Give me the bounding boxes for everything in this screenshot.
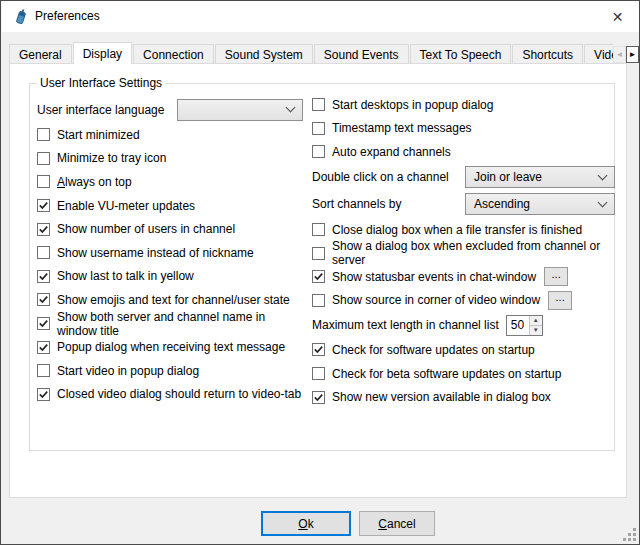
max-text-length-spinner[interactable]: 50 ▲ ▼ (506, 315, 543, 336)
tab-sound-system[interactable]: Sound System (215, 44, 313, 64)
tab-general[interactable]: General (9, 44, 72, 64)
max-text-length-row: Maximum text length in channel list 50 ▲… (312, 312, 624, 338)
checkbox-label: Show a dialog box when excluded from cha… (332, 239, 624, 267)
checkbox-label: Show number of users in channel (57, 222, 235, 236)
tab-video[interactable]: Video (584, 44, 613, 64)
checkbox-label: Auto expand channels (332, 145, 451, 159)
checkbox-unchecked[interactable] (312, 98, 325, 111)
right-column: Start desktops in popup dialogTimestamp … (312, 93, 624, 409)
checkbox-label: Closed video dialog should return to vid… (57, 387, 301, 401)
tab-bar: GeneralDisplayConnectionSound SystemSoun… (9, 41, 613, 64)
max-text-length-label: Maximum text length in channel list (312, 318, 499, 332)
checkbox-label: Show last to talk in yellow (57, 269, 194, 283)
tab-text-to-speech[interactable]: Text To Speech (410, 44, 512, 64)
checkbox-label: Show source in corner of video window (332, 293, 540, 307)
checkbox-label: Start minimized (57, 128, 140, 142)
checkbox-row: Check for beta software updates on start… (312, 362, 624, 386)
spin-down-icon[interactable]: ▼ (530, 326, 542, 335)
tab-display[interactable]: Display (73, 42, 132, 64)
chevron-down-icon (598, 197, 608, 207)
checkbox-label: Check for beta software updates on start… (332, 367, 561, 381)
tab-scroll-right-icon[interactable]: ► (626, 46, 639, 63)
checkbox-row: Closed video dialog should return to vid… (37, 383, 305, 407)
checkbox-row: Show number of users in channel (37, 217, 305, 241)
sort-channels-value: Ascending (474, 197, 599, 211)
checkbox-label: Close dialog box when a file transfer is… (332, 223, 582, 237)
checkbox-row: Show last to talk in yellow (37, 265, 305, 289)
checkbox-row: Show source in corner of video window... (312, 289, 624, 313)
more-options-button[interactable]: ... (548, 291, 572, 310)
checkbox-row: Auto expand channels (312, 140, 624, 164)
checkbox-checked[interactable] (37, 317, 50, 330)
preferences-dialog: Preferences ✕ GeneralDisplayConnectionSo… (0, 0, 640, 545)
double-click-combobox[interactable]: Join or leave (465, 166, 615, 188)
checkbox-label: Enable VU-meter updates (57, 199, 195, 213)
checkbox-row: Timestamp text messages (312, 117, 624, 141)
checkbox-row: Show statusbar events in chat-window... (312, 265, 624, 289)
checkbox-row: Popup dialog when receiving text message (37, 335, 305, 359)
checkbox-checked[interactable] (37, 293, 50, 306)
checkbox-checked[interactable] (37, 388, 50, 401)
checkbox-row: Show a dialog box when excluded from cha… (312, 241, 624, 265)
checkbox-checked[interactable] (37, 270, 50, 283)
spinner-arrows: ▲ ▼ (529, 316, 542, 335)
more-options-button[interactable]: ... (544, 267, 568, 286)
left-column: User interface language Start minimizedM… (37, 96, 305, 406)
sort-channels-row: Sort channels by Ascending (312, 191, 624, 218)
window-title: Preferences (35, 9, 100, 23)
checkbox-checked[interactable] (312, 343, 325, 356)
tab-sound-events[interactable]: Sound Events (314, 44, 409, 64)
checkbox-label: Minimize to tray icon (57, 151, 166, 165)
checkbox-checked[interactable] (37, 341, 50, 354)
cancel-button[interactable]: Cancel (359, 511, 435, 536)
ok-button[interactable]: Ok (261, 511, 351, 536)
checkbox-unchecked[interactable] (312, 223, 325, 236)
checkbox-unchecked[interactable] (37, 175, 50, 188)
tab-shortcuts[interactable]: Shortcuts (512, 44, 583, 64)
language-combobox[interactable] (177, 99, 303, 121)
checkbox-row: Show username instead of nickname (37, 241, 305, 265)
checkbox-row: Start video in popup dialog (37, 359, 305, 383)
sort-channels-combobox[interactable]: Ascending (465, 193, 615, 215)
checkbox-unchecked[interactable] (312, 122, 325, 135)
checkbox-row: Show new version available in dialog box (312, 385, 624, 409)
checkbox-checked[interactable] (312, 270, 325, 283)
spin-up-icon[interactable]: ▲ (530, 316, 542, 326)
checkbox-unchecked[interactable] (37, 246, 50, 259)
checkbox-row: Show both server and channel name in win… (37, 312, 305, 336)
tab-scroll-left-icon[interactable]: ◄ (613, 46, 626, 63)
checkbox-row: Always on top (37, 170, 305, 194)
checkbox-label: Timestamp text messages (332, 121, 472, 135)
checkbox-label: Start video in popup dialog (57, 364, 199, 378)
language-label: User interface language (37, 103, 177, 117)
double-click-row: Double click on a channel Join or leave (312, 164, 624, 191)
checkbox-row: Show emojis and text for channel/user st… (37, 288, 305, 312)
checkbox-label: Show emojis and text for channel/user st… (57, 293, 290, 307)
checkbox-unchecked[interactable] (312, 294, 325, 307)
checkbox-unchecked[interactable] (312, 145, 325, 158)
close-icon[interactable]: ✕ (595, 1, 640, 32)
checkbox-row: Start desktops in popup dialog (312, 93, 624, 117)
tab-connection[interactable]: Connection (133, 44, 214, 64)
display-tab-page: User Interface Settings User interface l… (9, 63, 627, 498)
checkbox-label: Always on top (57, 175, 132, 189)
chevron-down-icon (598, 170, 608, 180)
checkbox-checked[interactable] (312, 391, 325, 404)
chevron-down-icon (286, 103, 296, 113)
app-icon (12, 8, 29, 25)
checkbox-unchecked[interactable] (312, 247, 325, 260)
resize-grip[interactable] (623, 528, 636, 541)
checkbox-unchecked[interactable] (37, 364, 50, 377)
checkbox-unchecked[interactable] (37, 128, 50, 141)
checkbox-row: Enable VU-meter updates (37, 194, 305, 218)
checkbox-label: Show statusbar events in chat-window (332, 270, 536, 284)
checkbox-checked[interactable] (37, 199, 50, 212)
checkbox-unchecked[interactable] (37, 152, 50, 165)
checkbox-label: Show both server and channel name in win… (57, 310, 305, 338)
checkbox-unchecked[interactable] (312, 367, 325, 380)
checkbox-row: Close dialog box when a file transfer is… (312, 218, 624, 242)
checkbox-label: Show username instead of nickname (57, 246, 254, 260)
checkbox-checked[interactable] (37, 223, 50, 236)
titlebar: Preferences ✕ (2, 1, 640, 32)
sort-channels-label: Sort channels by (312, 197, 465, 211)
